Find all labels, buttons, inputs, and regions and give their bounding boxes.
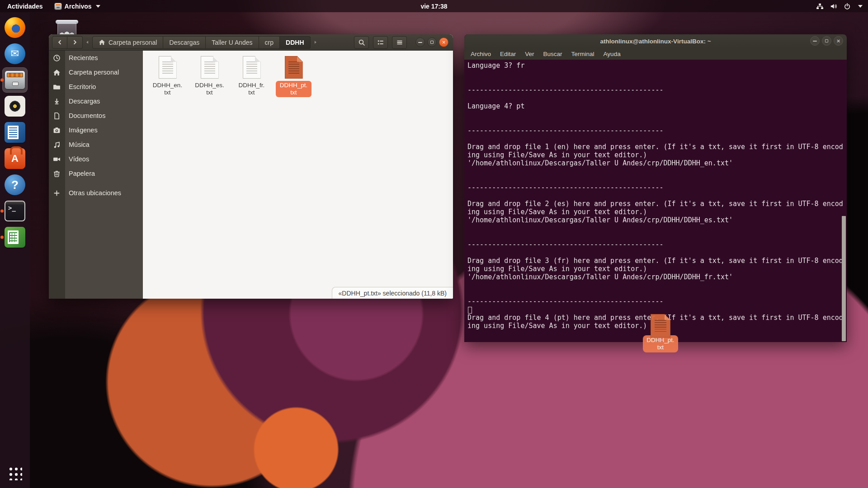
menu-item[interactable]: Archivo <box>466 51 495 57</box>
terminal-cursor <box>468 307 472 314</box>
menu-item[interactable]: Terminal <box>567 51 599 57</box>
dock-item-writer[interactable] <box>2 120 28 145</box>
breadcrumb-item[interactable]: Descargas <box>163 36 206 49</box>
breadcrumb-item[interactable]: Taller U Andes <box>206 36 259 49</box>
clock[interactable]: vie 17:38 <box>0 3 868 10</box>
maximize-button[interactable] <box>822 36 831 46</box>
breadcrumb-label: Carpeta personal <box>108 39 157 46</box>
breadcrumb-item[interactable]: DDHH <box>280 36 310 49</box>
maximize-icon <box>825 39 828 42</box>
power-icon <box>844 3 851 10</box>
dock-item-terminal[interactable]: >_ <box>2 198 28 224</box>
terminal-line <box>467 289 847 297</box>
sidebar-item[interactable]: Otras ubicaciones <box>49 186 143 200</box>
sidebar-item[interactable]: Música <box>49 137 143 152</box>
sidebar-item-icon <box>53 127 61 134</box>
files-headerbar: Carpeta personal Descargas Taller U Ande… <box>49 34 453 51</box>
forward-button[interactable] <box>67 36 83 49</box>
menu-item[interactable]: Editar <box>495 51 520 57</box>
sidebar-item[interactable]: Papelera <box>49 166 143 181</box>
system-status-area[interactable] <box>816 3 868 10</box>
sidebar-item-icon <box>53 98 61 105</box>
terminal-line <box>467 224 847 232</box>
menu-item[interactable]: Ayuda <box>599 51 625 57</box>
ubuntu-software-icon: A <box>5 148 25 169</box>
minimize-icon <box>813 41 817 42</box>
back-button[interactable] <box>52 36 67 49</box>
sidebar-item[interactable]: Imágenes <box>49 123 143 137</box>
menu-item[interactable]: Ver <box>520 51 538 57</box>
file-item[interactable]: DDHH_es. txt <box>189 54 231 97</box>
terminal-window: athlonlinux@athlonlinux-VirtualBox: ~ × … <box>464 34 847 342</box>
terminal-line: Drag and drop file 2 (es) here and press… <box>467 200 847 208</box>
text-file-icon <box>159 56 177 79</box>
menu-button[interactable] <box>392 36 407 49</box>
search-button[interactable] <box>354 36 369 49</box>
activities-button[interactable]: Actividades <box>7 3 43 10</box>
minimize-button[interactable] <box>810 36 820 46</box>
dock-item-help[interactable]: ? <box>2 172 28 197</box>
breadcrumb-item[interactable]: crp <box>259 36 280 49</box>
file-item[interactable]: DDHH_pt. txt <box>273 54 315 97</box>
sidebar-item[interactable]: Recientes <box>49 51 143 65</box>
sidebar-item[interactable]: Vídeos <box>49 152 143 166</box>
terminal-line <box>467 78 847 86</box>
home-icon <box>99 39 105 46</box>
help-icon: ? <box>5 174 25 195</box>
libreoffice-writer-icon <box>5 122 25 143</box>
dock-item-rhythmbox[interactable] <box>2 94 28 119</box>
terminal-line <box>467 118 847 127</box>
terminal-line: ing using File/Save As in your text edit… <box>467 208 847 216</box>
drag-ghost: DDHH_pt. txt <box>643 314 678 352</box>
terminal-title: athlonlinux@athlonlinux-VirtualBox: ~ <box>600 38 711 45</box>
text-file-icon <box>201 56 219 79</box>
sidebar-item[interactable]: Documentos <box>49 108 143 123</box>
terminal-line <box>467 94 847 102</box>
sidebar-item-icon <box>53 155 61 163</box>
terminal-line <box>467 305 847 314</box>
terminal-output[interactable]: Language 3? fr -------------------------… <box>464 60 847 342</box>
pathbar-scroll-left[interactable] <box>85 39 90 45</box>
close-button[interactable]: × <box>834 36 843 46</box>
terminal-line <box>467 167 847 175</box>
file-item[interactable]: DDHH_en. txt <box>146 54 189 97</box>
breadcrumb-label: Taller U Andes <box>212 39 252 46</box>
file-item[interactable]: DDHH_fr. txt <box>231 54 273 97</box>
sidebar-item[interactable]: Carpeta personal <box>49 65 143 80</box>
terminal-scrollbar[interactable] <box>842 216 846 341</box>
dock-item-software[interactable]: A <box>2 146 28 171</box>
status-bar: «DDHH_pt.txt» seleccionado (11,8 kB) <box>332 287 453 299</box>
terminal-titlebar[interactable]: athlonlinux@athlonlinux-VirtualBox: ~ × <box>464 34 847 48</box>
terminal-line: Drag and drop file 1 (en) here and press… <box>467 143 847 151</box>
files-content-area[interactable]: DDHH_en. txt DDHH_es. txt <box>143 51 453 299</box>
dock-item-files[interactable] <box>2 67 28 93</box>
terminal-line: ----------------------------------------… <box>467 297 847 305</box>
terminal-line <box>467 135 847 143</box>
volume-icon <box>830 3 837 10</box>
menu-item[interactable]: Buscar <box>539 51 567 57</box>
apps-grid-icon <box>8 466 22 480</box>
view-toggle-button[interactable] <box>373 36 388 49</box>
file-name: DDHH_pt. txt <box>276 81 312 97</box>
pathbar-scroll-right[interactable] <box>312 39 318 45</box>
sidebar-item-icon <box>53 69 61 76</box>
terminal-line <box>467 232 847 240</box>
terminal-line <box>467 281 847 289</box>
terminal-line <box>467 249 847 257</box>
dock-item-thunderbird[interactable]: ✉ <box>2 41 28 66</box>
breadcrumb-label: DDHH <box>286 39 304 46</box>
breadcrumb: Carpeta personal Descargas Taller U Ande… <box>92 36 311 49</box>
sidebar-item[interactable]: Escritorio <box>49 80 143 94</box>
show-applications-button[interactable] <box>2 463 28 483</box>
maximize-button[interactable] <box>427 38 437 47</box>
minimize-icon <box>418 42 422 43</box>
close-button[interactable]: × <box>439 38 448 47</box>
app-menu[interactable]: Archivos <box>55 3 100 10</box>
sidebar-item[interactable]: Descargas <box>49 94 143 108</box>
dock-item-firefox[interactable] <box>2 15 28 40</box>
sidebar-item-icon <box>53 54 61 62</box>
breadcrumb-item[interactable]: Carpeta personal <box>92 36 163 49</box>
minimize-button[interactable] <box>415 38 425 47</box>
dragged-file-label: DDHH_pt. txt <box>643 335 678 352</box>
dock-item-calc[interactable] <box>2 225 28 250</box>
